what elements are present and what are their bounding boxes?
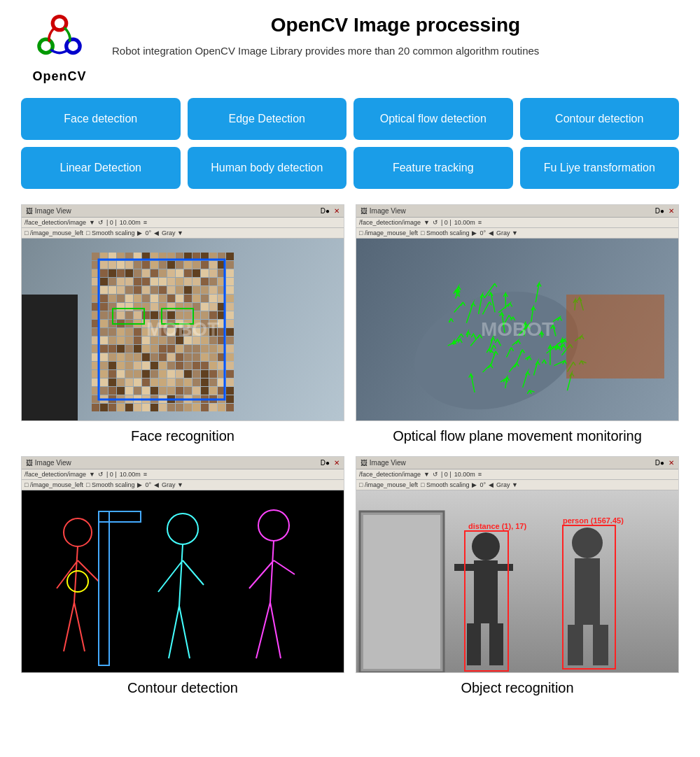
face-canvas bbox=[22, 239, 344, 420]
svg-point-1 bbox=[55, 18, 64, 28]
demo-image-contour: 🖼 Image View D● ✕ /face_detection/image … bbox=[21, 456, 344, 673]
window-bar-object: 🖼 Image View D● ✕ bbox=[356, 457, 678, 469]
toolbar2-optical: □ /image_mouse_left □ Smooth scaling ▶ 0… bbox=[356, 228, 678, 239]
header: OpenCV OpenCV Image processing Robot int… bbox=[21, 14, 679, 84]
toolbar-contour: /face_detection/image ▼ ↺ | 0 | 10.00m ≡ bbox=[22, 469, 344, 480]
demo-label-face: Face recognition bbox=[131, 427, 234, 445]
page-title: OpenCV Image processing bbox=[112, 14, 679, 36]
opencv-logo bbox=[28, 14, 91, 66]
svg-point-5 bbox=[68, 41, 78, 51]
contour-canvas bbox=[22, 490, 344, 672]
demo-label-object: Object recognition bbox=[461, 679, 573, 697]
logo-label: OpenCV bbox=[32, 69, 86, 84]
window-bar-face: 🖼 Image View D● ✕ bbox=[22, 205, 344, 218]
demo-image-face: 🖼 Image View D● ✕ /face_detection/image … bbox=[21, 204, 344, 421]
demo-image-object: 🖼 Image View D● ✕ /face_detection/image … bbox=[356, 456, 679, 673]
toolbar-face: /face_detection/image ▼ ↺ | 0 | 10.00m ≡ bbox=[22, 218, 344, 228]
window-title-optical: 🖼 Image View bbox=[360, 207, 406, 215]
svg-point-3 bbox=[41, 41, 51, 51]
tag-optical-flow[interactable]: Optical flow detection bbox=[354, 98, 513, 140]
window-bar-contour: 🖼 Image View D● ✕ bbox=[22, 457, 344, 469]
object-canvas bbox=[356, 490, 678, 672]
contour-image bbox=[22, 490, 344, 672]
demo-label-contour: Contour detection bbox=[127, 679, 238, 697]
tag-face-detection[interactable]: Face detection bbox=[21, 98, 181, 140]
optical-flow-image: MOBOT bbox=[356, 239, 678, 420]
toolbar-optical: /face_detection/image ▼ ↺ | 0 | 10.00m ≡ bbox=[356, 218, 678, 228]
demo-optical-flow: 🖼 Image View D● ✕ /face_detection/image … bbox=[356, 204, 679, 445]
tags-grid: Face detection Edge Detection Optical fl… bbox=[21, 98, 679, 189]
optical-canvas bbox=[356, 239, 678, 420]
toolbar2-face: □ /image_mouse_left □ Smooth scaling ▶ 0… bbox=[22, 228, 344, 239]
window-bar-optical: 🖼 Image View D● ✕ bbox=[356, 205, 678, 218]
face-detection-image: MOBOT bbox=[22, 239, 344, 420]
demo-face-recognition: 🖼 Image View D● ✕ /face_detection/image … bbox=[21, 204, 344, 445]
toolbar-object: /face_detection/image ▼ ↺ | 0 | 10.00m ≡ bbox=[356, 469, 678, 480]
toolbar2-object: □ /image_mouse_left □ Smooth scaling ▶ 0… bbox=[356, 480, 678, 490]
demo-label-optical: Optical flow plane movement monitoring bbox=[393, 427, 642, 445]
window-title-face: 🖼 Image View bbox=[26, 207, 71, 215]
logo-area: OpenCV bbox=[21, 14, 98, 84]
tag-human-body[interactable]: Human body detection bbox=[188, 147, 347, 189]
toolbar2-contour: □ /image_mouse_left □ Smooth scaling ▶ 0… bbox=[22, 480, 344, 490]
tag-contour-detection[interactable]: Contour detection bbox=[520, 98, 680, 140]
page-wrapper: OpenCV OpenCV Image processing Robot int… bbox=[0, 0, 700, 711]
demos-grid: 🖼 Image View D● ✕ /face_detection/image … bbox=[21, 204, 679, 697]
demo-object: 🖼 Image View D● ✕ /face_detection/image … bbox=[356, 456, 679, 697]
window-title-contour: 🖼 Image View bbox=[26, 459, 71, 467]
tag-fu-liye[interactable]: Fu Liye transformation bbox=[520, 147, 680, 189]
header-content: OpenCV Image processing Robot integratio… bbox=[112, 14, 679, 59]
tag-edge-detection[interactable]: Edge Detection bbox=[188, 98, 347, 140]
demo-image-optical: 🖼 Image View D● ✕ /face_detection/image … bbox=[356, 204, 679, 421]
subtitle-text: Robot integration OpenCV Image Library p… bbox=[112, 43, 679, 59]
object-image bbox=[356, 490, 678, 672]
tag-linear-detection[interactable]: Linear Detection bbox=[21, 147, 181, 189]
tag-feature-tracking[interactable]: Feature tracking bbox=[354, 147, 513, 189]
window-title-object: 🖼 Image View bbox=[360, 459, 406, 467]
demo-contour: 🖼 Image View D● ✕ /face_detection/image … bbox=[21, 456, 344, 697]
